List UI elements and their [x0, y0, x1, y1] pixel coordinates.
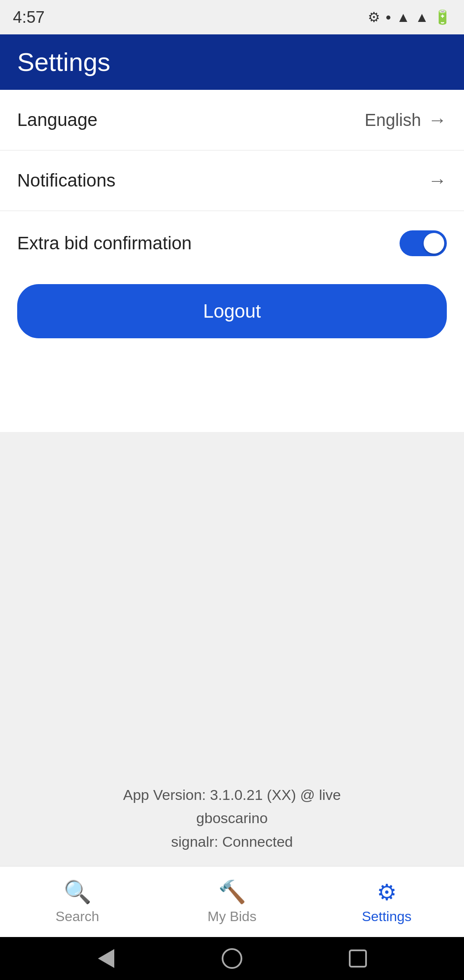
language-label: Language	[17, 110, 98, 130]
nav-item-settings[interactable]: ⚙ Settings	[309, 873, 464, 931]
language-right: English →	[365, 109, 447, 131]
language-value: English	[365, 110, 421, 130]
nav-item-my-bids[interactable]: 🔨 My Bids	[155, 872, 309, 931]
back-button[interactable]	[93, 946, 119, 971]
recents-icon	[349, 949, 367, 968]
dot-status-icon: ●	[385, 12, 391, 23]
notifications-right: →	[428, 170, 447, 191]
search-nav-label: Search	[55, 909, 99, 925]
back-icon	[98, 949, 114, 968]
page-title: Settings	[17, 48, 110, 77]
version-info: App Version: 3.1.0.21 (XX) @ live gbosca…	[0, 775, 464, 866]
status-time: 4:57	[13, 8, 45, 27]
system-nav	[0, 937, 464, 980]
settings-content: Language English → Notifications → Extra…	[0, 90, 464, 432]
settings-item-extra-bid[interactable]: Extra bid confirmation	[0, 211, 464, 276]
search-nav-icon: 🔍	[64, 879, 92, 905]
version-line2: gboscarino	[17, 806, 447, 830]
header: Settings	[0, 34, 464, 90]
extra-bid-label: Extra bid confirmation	[17, 233, 192, 254]
logout-button[interactable]: Logout	[17, 284, 447, 338]
home-button[interactable]	[219, 946, 245, 971]
version-line3: signalr: Connected	[17, 830, 447, 853]
notifications-arrow-icon: →	[428, 170, 447, 191]
wifi-status-icon: ▲	[397, 9, 410, 25]
settings-nav-icon: ⚙	[377, 879, 397, 905]
logout-section: Logout	[0, 276, 464, 351]
my-bids-nav-icon: 🔨	[218, 879, 246, 905]
status-bar: 4:57 ⚙ ● ▲ ▲ 🔋	[0, 0, 464, 34]
toggle-track	[400, 230, 447, 256]
settings-item-language[interactable]: Language English →	[0, 90, 464, 150]
settings-item-notifications[interactable]: Notifications →	[0, 150, 464, 211]
toggle-thumb	[424, 233, 444, 254]
notifications-label: Notifications	[17, 170, 116, 191]
my-bids-nav-label: My Bids	[208, 909, 256, 925]
nav-item-search[interactable]: 🔍 Search	[0, 872, 155, 931]
recents-button[interactable]	[345, 946, 371, 971]
home-icon	[222, 948, 242, 969]
extra-bid-toggle[interactable]	[400, 230, 447, 256]
battery-status-icon: 🔋	[434, 9, 451, 25]
status-icons: ⚙ ● ▲ ▲ 🔋	[368, 9, 451, 25]
signal-status-icon: ▲	[415, 9, 429, 25]
language-arrow-icon: →	[428, 109, 447, 131]
extra-bid-toggle-container[interactable]	[400, 230, 447, 256]
bottom-nav: 🔍 Search 🔨 My Bids ⚙ Settings	[0, 866, 464, 937]
empty-space	[0, 432, 464, 774]
version-line1: App Version: 3.1.0.21 (XX) @ live	[17, 783, 447, 806]
settings-status-icon: ⚙	[368, 9, 380, 25]
settings-nav-label: Settings	[362, 909, 412, 925]
